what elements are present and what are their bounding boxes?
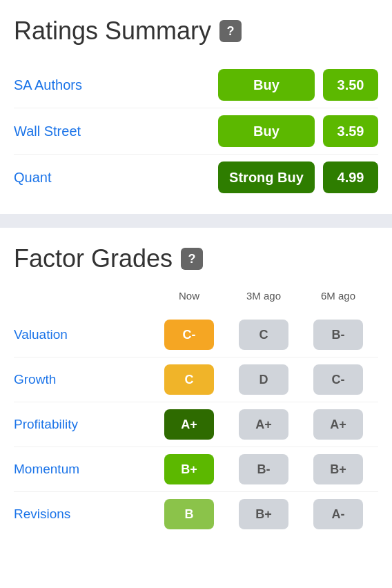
grades-row-growth: Growth C D C- [14, 357, 378, 402]
ratings-row-quant: Quant Strong Buy 4.99 [14, 155, 378, 200]
revisions-3m-cell: B+ [226, 499, 301, 529]
grades-row-momentum: Momentum B+ B- B+ [14, 447, 378, 492]
profitability-6m-cell: A+ [301, 409, 375, 440]
momentum-label[interactable]: Momentum [14, 462, 152, 477]
momentum-3m-badge: B- [239, 454, 288, 484]
growth-now-badge: C [164, 364, 214, 395]
profitability-3m-badge: A+ [239, 409, 288, 440]
sa-authors-label[interactable]: SA Authors [14, 77, 218, 93]
growth-now-cell: C [152, 364, 226, 395]
growth-3m-cell: D [226, 364, 301, 395]
revisions-3m-badge: B+ [239, 499, 288, 529]
section-divider [0, 214, 392, 228]
momentum-now-cell: B+ [152, 454, 226, 484]
grades-headers: Now 3M ago 6M ago [14, 290, 378, 302]
wall-street-score: 3.59 [323, 115, 378, 147]
growth-3m-badge: D [239, 364, 288, 395]
sa-authors-badge: Buy [218, 69, 315, 101]
growth-label[interactable]: Growth [14, 372, 152, 387]
profitability-now-badge: A+ [164, 409, 214, 440]
growth-6m-cell: C- [301, 364, 375, 395]
grades-row-valuation: Valuation C- C B- [14, 313, 378, 357]
profitability-6m-badge: A+ [313, 409, 363, 440]
ratings-title: Ratings Summary ? [14, 17, 378, 46]
wall-street-badge: Buy [218, 115, 315, 147]
wall-street-label[interactable]: Wall Street [14, 124, 218, 139]
profitability-3m-cell: A+ [226, 409, 301, 440]
valuation-3m-badge: C [239, 320, 288, 350]
grades-header-3m: 3M ago [226, 290, 301, 302]
factor-grades-section: Factor Grades ? Now 3M ago 6M ago Valuat… [0, 228, 392, 550]
valuation-label[interactable]: Valuation [14, 327, 152, 342]
momentum-6m-badge: B+ [313, 454, 363, 484]
quant-label[interactable]: Quant [14, 170, 218, 186]
profitability-label[interactable]: Profitability [14, 417, 152, 432]
revisions-now-badge: B [164, 499, 214, 529]
sa-authors-score: 3.50 [323, 69, 378, 101]
momentum-now-badge: B+ [164, 454, 214, 484]
ratings-title-text: Ratings Summary [14, 17, 211, 46]
growth-6m-badge: C- [313, 364, 363, 395]
factor-grades-help-icon[interactable]: ? [181, 248, 203, 270]
ratings-row-wall-street: Wall Street Buy 3.59 [14, 108, 378, 155]
revisions-label[interactable]: Revisions [14, 507, 152, 522]
valuation-now-badge: C- [164, 320, 214, 350]
quant-badge: Strong Buy [218, 161, 315, 193]
grades-header-6m: 6M ago [301, 290, 375, 302]
revisions-6m-cell: A- [301, 499, 375, 529]
momentum-3m-cell: B- [226, 454, 301, 484]
grades-header-now: Now [152, 290, 226, 302]
ratings-summary-section: Ratings Summary ? SA Authors Buy 3.50 Wa… [0, 0, 392, 214]
profitability-now-cell: A+ [152, 409, 226, 440]
revisions-6m-badge: A- [313, 499, 363, 529]
ratings-row-sa-authors: SA Authors Buy 3.50 [14, 62, 378, 108]
ratings-help-icon[interactable]: ? [219, 20, 242, 42]
valuation-6m-cell: B- [301, 320, 375, 350]
factor-grades-title-text: Factor Grades [14, 244, 173, 273]
momentum-6m-cell: B+ [301, 454, 375, 484]
grades-row-profitability: Profitability A+ A+ A+ [14, 402, 378, 447]
revisions-now-cell: B [152, 499, 226, 529]
valuation-3m-cell: C [226, 320, 301, 350]
grades-row-revisions: Revisions B B+ A- [14, 492, 378, 536]
valuation-now-cell: C- [152, 320, 226, 350]
factor-grades-title: Factor Grades ? [14, 244, 378, 273]
valuation-6m-badge: B- [313, 320, 363, 350]
quant-score: 4.99 [323, 161, 378, 193]
